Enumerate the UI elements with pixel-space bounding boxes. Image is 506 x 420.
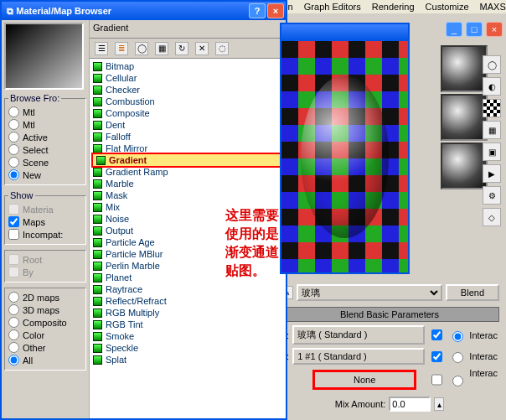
map-list-item[interactable]: Smoke — [93, 330, 282, 342]
background-icon[interactable] — [483, 99, 501, 117]
map-list-item[interactable]: Gradient Ramp — [93, 166, 282, 178]
map-name-field[interactable]: Gradient — [90, 20, 286, 39]
spinner-icon[interactable]: ▴ — [434, 397, 444, 411]
category-option[interactable]: Color — [8, 329, 82, 341]
map-label: Speckle — [106, 343, 138, 353]
group-legend: Show — [8, 190, 35, 200]
map-icon — [93, 168, 102, 177]
close-button[interactable]: × — [486, 22, 503, 37]
view-list-icon[interactable]: ☰ — [95, 42, 108, 55]
backlight-icon[interactable]: ◐ — [483, 77, 501, 96]
material-slot-button[interactable]: 玻璃 ( Standard ) — [292, 325, 425, 345]
map-list-item[interactable]: RGB Tint — [93, 319, 282, 330]
row-enable-checkbox[interactable] — [431, 329, 442, 340]
map-icon — [93, 109, 102, 118]
map-list-item[interactable]: Gradient — [93, 154, 282, 166]
update-icon[interactable]: ↻ — [175, 42, 188, 55]
sample-sphere[interactable] — [441, 94, 488, 141]
map-icon — [93, 179, 102, 189]
map-icon — [93, 262, 102, 271]
map-label: Mix — [106, 202, 120, 212]
category-group: 2D maps 3D maps Composito Color Other Al… — [4, 288, 86, 371]
browse-option[interactable]: Select — [8, 143, 82, 156]
map-list-item[interactable]: Speckle — [93, 342, 282, 354]
row-interactive-radio[interactable] — [452, 331, 463, 342]
category-option[interactable]: Composito — [8, 316, 82, 329]
view-list-small-icon[interactable]: ≣ — [115, 42, 128, 55]
magnified-sample-window[interactable] — [280, 23, 410, 274]
window-title: Material/Map Browser — [16, 6, 111, 16]
category-option[interactable]: All — [8, 354, 82, 366]
titlebar[interactable]: ⧉ Material/Map Browser ? × — [2, 2, 286, 20]
maximize-button[interactable]: □ — [466, 22, 483, 37]
view-sphere-icon[interactable]: ◯ — [135, 42, 148, 55]
browse-option[interactable]: Mtl — [8, 106, 82, 118]
map-list-item[interactable]: Checker — [93, 84, 282, 96]
row-enable-checkbox[interactable] — [431, 351, 442, 362]
group-legend: Browse Fro: — [8, 93, 61, 103]
browse-option[interactable]: New — [8, 169, 82, 181]
clear-icon[interactable]: ◌ — [215, 42, 229, 55]
show-option[interactable]: Materia — [8, 203, 82, 215]
sample-uv-icon[interactable]: ▦ — [483, 121, 501, 139]
show-option[interactable]: Incompat: — [8, 228, 82, 241]
show-option[interactable]: Maps — [8, 215, 82, 228]
material-effects-icon[interactable]: ◇ — [483, 208, 501, 226]
row-interactive-radio[interactable] — [452, 352, 463, 363]
map-label: Combustion — [106, 96, 155, 106]
browse-option[interactable]: Active — [8, 131, 82, 143]
mix-amount-input[interactable]: 0.0 — [389, 397, 431, 412]
material-type-button[interactable]: Blend — [446, 284, 499, 301]
video-check-icon[interactable]: ▣ — [483, 143, 501, 161]
map-icon — [93, 332, 102, 341]
map-icon — [93, 273, 102, 283]
map-list-item[interactable]: Combustion — [93, 96, 282, 107]
map-list-item[interactable]: Composite — [93, 107, 282, 119]
category-option[interactable]: 3D maps — [8, 303, 82, 316]
map-icon — [93, 97, 102, 106]
show-group: Show Materia Maps Incompat: — [4, 190, 86, 245]
view-large-icon[interactable]: ▦ — [155, 42, 168, 55]
main-menu[interactable]: tion Graph Editors Rendering Customize M… — [273, 0, 506, 13]
make-preview-icon[interactable]: ▶ — [483, 164, 501, 183]
preview-titlebar[interactable] — [281, 24, 408, 41]
mask-none-button[interactable]: None — [312, 370, 416, 390]
minimize-button[interactable]: _ — [446, 22, 462, 37]
category-option[interactable]: Other — [8, 341, 82, 354]
map-icon — [93, 285, 102, 294]
map-list-item[interactable]: Dent — [93, 119, 282, 131]
category-option[interactable]: 2D maps — [8, 291, 82, 303]
app-icon: ⧉ — [7, 6, 13, 17]
map-list-item[interactable]: Splat — [93, 354, 282, 366]
map-list-item[interactable]: Reflect/Refract — [93, 295, 282, 307]
map-list-item[interactable]: Raytrace — [93, 283, 282, 295]
sample-type-icon[interactable]: ◯ — [483, 55, 501, 74]
browse-option[interactable]: Mtl — [8, 118, 82, 131]
map-label: Particle MBlur — [106, 249, 163, 259]
browse-option[interactable]: Scene — [8, 156, 82, 169]
map-list-item[interactable]: Bitmap — [93, 60, 282, 72]
map-list-item[interactable]: Cellular — [93, 72, 282, 84]
map-list-item[interactable]: RGB Multiply — [93, 307, 282, 319]
map-icon — [93, 309, 102, 318]
map-list-item[interactable]: Flat Mirror — [93, 143, 282, 154]
mix-label: Mix Amount: — [335, 399, 386, 409]
map-list-item[interactable]: Mask — [93, 189, 282, 201]
sample-sphere[interactable] — [441, 45, 488, 92]
map-label: Dent — [106, 120, 125, 130]
delete-icon[interactable]: ✕ — [195, 42, 209, 55]
blend-row-1: 1: 玻璃 ( Standard ) Interac — [273, 324, 506, 346]
row-interactive-radio[interactable] — [452, 371, 463, 391]
material-name-dropdown[interactable]: 玻璃 — [297, 284, 442, 301]
map-icon — [93, 62, 102, 71]
row-enable-checkbox[interactable] — [431, 371, 442, 389]
rollout-header[interactable]: Blend Basic Parameters — [280, 307, 499, 322]
map-list-item[interactable]: Falloff — [93, 131, 282, 143]
close-button[interactable]: × — [267, 3, 284, 18]
options-icon[interactable]: ⚙ — [483, 186, 501, 205]
map-label: Gradient — [109, 155, 147, 165]
help-button[interactable]: ? — [249, 3, 266, 18]
sample-sphere[interactable] — [441, 143, 488, 189]
map-list-item[interactable]: Marble — [93, 178, 282, 189]
material-slot-button[interactable]: 1 #1 ( Standard ) — [292, 348, 425, 365]
